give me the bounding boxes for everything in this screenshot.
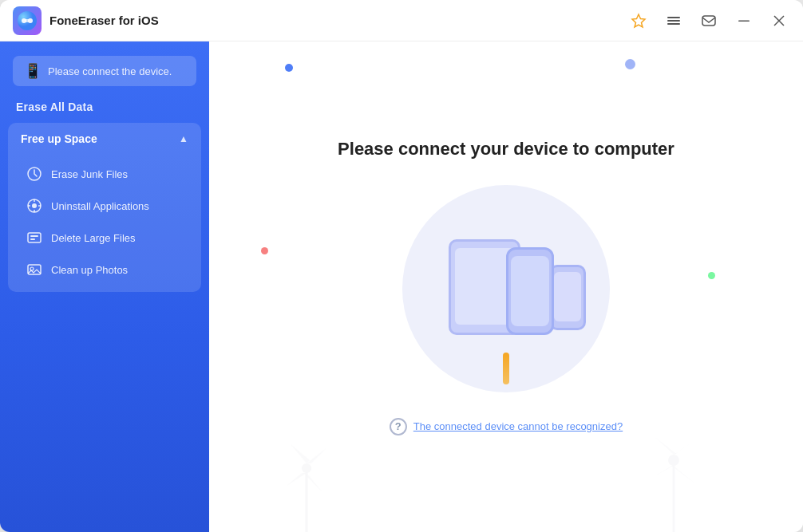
hamburger-menu-icon[interactable] [663,10,685,32]
sidebar-item-erase-junk[interactable]: Erase Junk Files [13,158,196,190]
recognition-help-link[interactable]: The connected device cannot be recognize… [413,420,623,432]
sidebar-item-delete-large-label: Delete Large Files [51,232,136,244]
sidebar-item-cleanup-photos-label: Clean up Photos [51,264,128,276]
main-layout: 📱 Please connect the device. Erase All D… [0,41,803,532]
sidebar-item-erase-junk-label: Erase Junk Files [51,168,128,180]
iphone-main-device [506,247,554,335]
svg-rect-5 [667,17,680,18]
device-illustration [394,185,618,392]
sidebar-item-delete-large[interactable]: Delete Large Files [13,222,196,254]
erase-junk-icon [26,165,43,183]
svg-point-23 [30,267,34,270]
svg-point-31 [668,455,679,466]
free-up-space-header[interactable]: Free up Space ▲ [8,123,201,155]
close-button[interactable] [768,10,790,32]
device-bar-icon: 📱 [24,62,42,80]
ipad-screen [455,248,514,325]
svg-marker-32 [654,436,677,455]
svg-marker-28 [303,473,322,492]
svg-rect-19 [28,233,41,242]
sidebar-item-cleanup-photos[interactable]: Clean up Photos [13,254,196,286]
deco-dot-blue1 [285,64,293,72]
svg-marker-33 [674,439,696,455]
svg-point-14 [32,203,37,208]
erase-all-section: Erase All Data [0,100,209,123]
free-up-space-group: Free up Space ▲ Erase Junk Files [8,123,201,292]
uninstall-apps-icon [26,197,43,215]
sidebar-items-list: Erase Junk Files [8,155,201,292]
chevron-up-icon: ▲ [179,133,188,144]
iphone-main-screen [511,256,549,326]
title-bar-left: FoneEraser for iOS [13,6,159,35]
bottom-decoration [209,428,803,532]
minimize-button[interactable] [733,10,755,32]
svg-marker-27 [307,448,326,463]
free-up-space-title: Free up Space [21,132,97,145]
svg-marker-29 [287,473,307,486]
svg-rect-6 [667,20,680,22]
svg-marker-26 [291,444,310,463]
svg-rect-9 [738,20,750,22]
cleanup-photos-icon [26,261,43,278]
device-bar-text: Please connect the device. [48,65,172,77]
connect-hint: ? The connected device cannot be recogni… [390,418,623,435]
sidebar-item-uninstall-apps[interactable]: Uninstall Applications [13,190,196,222]
app-window: FoneEraser for iOS [0,0,803,532]
title-bar: FoneEraser for iOS [0,0,803,41]
svg-marker-34 [671,466,696,484]
svg-rect-7 [667,23,680,25]
usb-cable [503,353,509,384]
main-title: Please connect your device to computer [338,139,674,160]
deco-dot-green [708,272,715,279]
content-area: Please connect your device to computer [209,41,803,532]
iphone-small-device [549,265,586,330]
support-icon[interactable] [698,10,720,32]
iphone-small-screen [554,272,581,321]
svg-marker-35 [651,465,674,478]
deco-dot-red [261,247,268,254]
device-connect-bar[interactable]: 📱 Please connect the device. [13,56,196,86]
svg-marker-4 [632,14,645,27]
sidebar: 📱 Please connect the device. Erase All D… [0,41,209,532]
delete-large-icon [26,229,43,246]
app-icon [13,6,42,35]
svg-rect-8 [702,16,715,26]
svg-rect-20 [30,235,38,237]
svg-rect-21 [30,238,35,240]
app-title: FoneEraser for iOS [49,14,159,27]
svg-rect-3 [25,19,30,22]
deco-dot-blue2 [625,59,635,69]
sidebar-item-uninstall-apps-label: Uninstall Applications [51,200,149,212]
premium-icon[interactable] [627,10,650,32]
title-bar-controls [627,10,790,32]
svg-point-25 [302,463,311,473]
question-mark-icon: ? [390,418,407,435]
svg-rect-22 [28,265,41,274]
